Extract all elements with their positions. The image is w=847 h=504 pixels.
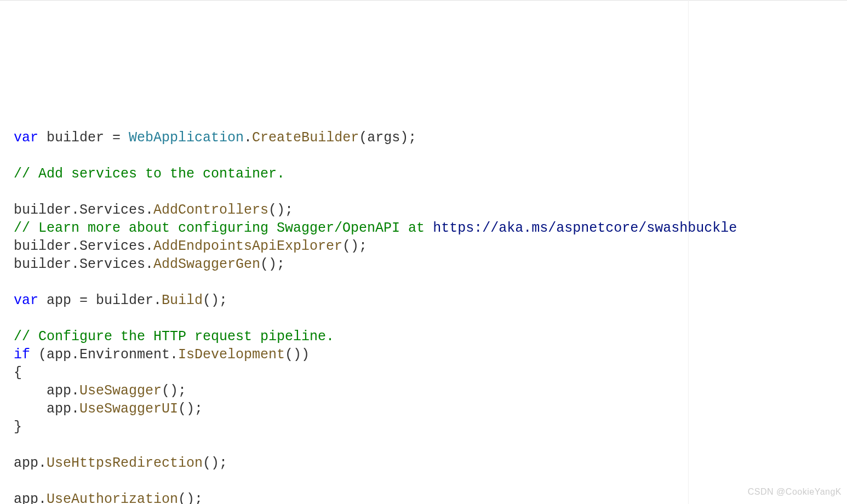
comment: // Learn more about configuring Swagger/… bbox=[14, 220, 433, 236]
code-text: app. bbox=[14, 491, 47, 504]
editor-border-top bbox=[0, 0, 847, 1]
type-name: WebApplication bbox=[129, 130, 244, 146]
method-name: UseSwaggerUI bbox=[79, 401, 178, 417]
code-text: (app.Environment. bbox=[30, 347, 178, 363]
keyword-var: var bbox=[14, 130, 38, 146]
comment-link[interactable]: https://aka.ms/aspnetcore/swashbuckle bbox=[433, 220, 737, 236]
brace-close: } bbox=[14, 419, 22, 435]
code-text: builder = bbox=[38, 130, 129, 146]
comment: // Configure the HTTP request pipeline. bbox=[14, 329, 334, 345]
code-text: app. bbox=[14, 383, 79, 399]
code-text: (); bbox=[178, 491, 203, 504]
code-text: (args); bbox=[359, 130, 416, 146]
code-text: builder.Services. bbox=[14, 202, 153, 218]
method-name: AddControllers bbox=[153, 202, 268, 218]
code-editor[interactable]: var builder = WebApplication.CreateBuild… bbox=[14, 129, 847, 504]
code-text: (); bbox=[268, 202, 293, 218]
code-text: builder.Services. bbox=[14, 238, 153, 254]
method-name: IsDevelopment bbox=[178, 347, 285, 363]
method-name: UseSwagger bbox=[79, 383, 162, 399]
brace-open: { bbox=[14, 365, 22, 381]
code-text: (); bbox=[203, 293, 227, 308]
code-text: builder.Services. bbox=[14, 256, 153, 272]
method-name: AddSwaggerGen bbox=[153, 256, 260, 272]
code-text: (); bbox=[260, 256, 285, 272]
code-text: ()) bbox=[285, 347, 310, 363]
keyword-var: var bbox=[14, 293, 38, 308]
code-text: (); bbox=[342, 238, 367, 254]
code-text: app. bbox=[14, 401, 79, 417]
code-text: app = builder. bbox=[38, 293, 162, 308]
code-text: app. bbox=[14, 455, 47, 471]
method-name: Build bbox=[162, 293, 203, 308]
code-text: (); bbox=[162, 383, 186, 399]
method-name: UseHttpsRedirection bbox=[47, 455, 203, 471]
punct: . bbox=[244, 130, 252, 146]
code-text: (); bbox=[178, 401, 203, 417]
method-name: CreateBuilder bbox=[252, 130, 359, 146]
method-name: AddEndpointsApiExplorer bbox=[153, 238, 342, 254]
keyword-if: if bbox=[14, 347, 30, 363]
method-name: UseAuthorization bbox=[47, 491, 178, 504]
code-text: (); bbox=[203, 455, 227, 471]
comment: // Add services to the container. bbox=[14, 166, 285, 182]
watermark: CSDN @CookieYangK bbox=[748, 483, 842, 501]
